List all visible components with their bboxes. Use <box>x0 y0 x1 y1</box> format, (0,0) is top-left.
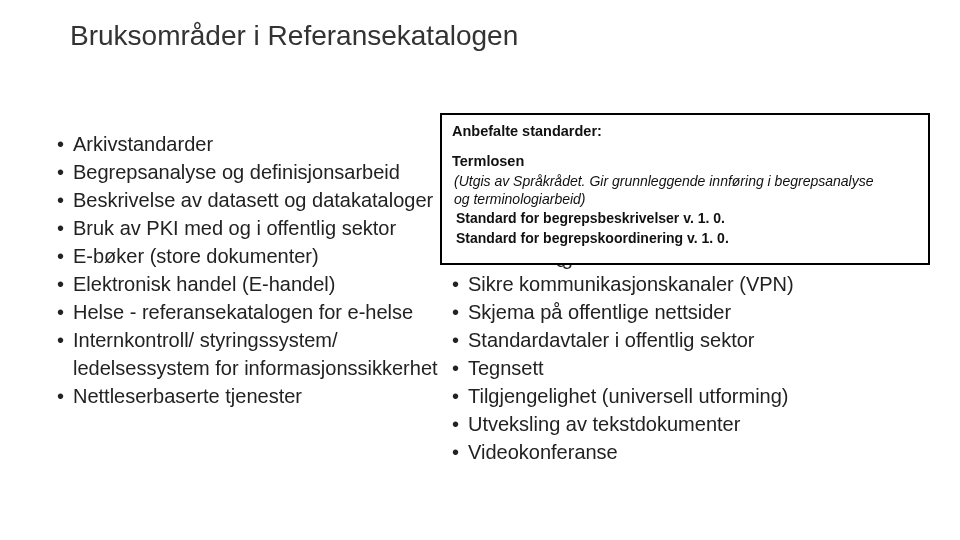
list-item: Nettleserbaserte tjenester <box>55 382 455 410</box>
list-item: Skjema på offentlige nettsider <box>450 298 910 326</box>
list-item: Tilgjengelighet (universell utforming) <box>450 382 910 410</box>
list-item: Helse - referansekatalogen for e-helse <box>55 298 455 326</box>
list-item: Internkontroll/ styringssystem/ ledelses… <box>55 326 455 382</box>
list-item: Elektronisk handel (E-handel) <box>55 270 455 298</box>
overlay-heading: Anbefalte standarder: <box>452 121 918 141</box>
list-item: Tegnsett <box>450 354 910 382</box>
list-item: Sikre kommunikasjonskanaler (VPN) <box>450 270 910 298</box>
list-item: E-bøker (store dokumenter) <box>55 242 455 270</box>
list-item: Arkivstandarder <box>55 130 455 158</box>
list-item: Beskrivelse av datasett og datakataloger <box>55 186 455 214</box>
overlay-italic-line: og terminologiarbeid) <box>452 190 918 209</box>
list-item: Utveksling av tekstdokumenter <box>450 410 910 438</box>
overlay-standard-line: Standard for begrepsbeskrivelser v. 1. 0… <box>452 209 918 229</box>
slide-title: Bruksområder i Referansekatalogen <box>70 20 518 52</box>
list-item: Standardavtaler i offentlig sektor <box>450 326 910 354</box>
left-list: Arkivstandarder Begrepsanalyse og defini… <box>55 130 455 410</box>
overlay-italic-line: (Utgis av Språkrådet. Gir grunnleggende … <box>452 172 918 191</box>
list-item: Begrepsanalyse og definisjonsarbeid <box>55 158 455 186</box>
overlay-term: Termlosen <box>452 151 918 171</box>
list-item: Bruk av PKI med og i offentlig sektor <box>55 214 455 242</box>
left-column: Arkivstandarder Begrepsanalyse og defini… <box>55 130 455 410</box>
list-item: Videokonferanse <box>450 438 910 466</box>
overlay-box: Anbefalte standarder: Termlosen (Utgis a… <box>440 113 930 265</box>
overlay-standard-line: Standard for begrepskoordinering v. 1. 0… <box>452 229 918 249</box>
